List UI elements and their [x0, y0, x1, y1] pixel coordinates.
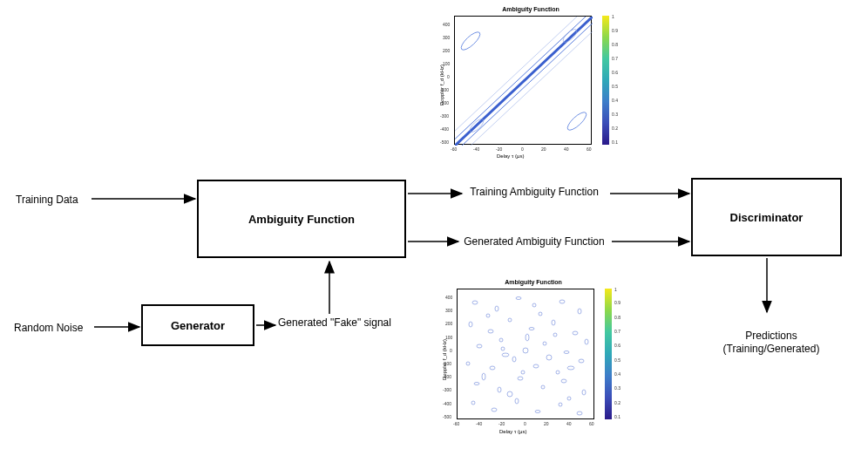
svg-point-19 — [529, 328, 534, 330]
svg-point-16 — [469, 322, 472, 327]
svg-point-24 — [523, 348, 528, 353]
chart-bottom-colorbar — [605, 289, 612, 419]
svg-point-8 — [565, 110, 588, 133]
chart-top-title: Ambiguity Function — [431, 6, 630, 12]
svg-point-18 — [508, 318, 512, 322]
svg-point-39 — [582, 390, 586, 395]
svg-point-15 — [578, 309, 581, 314]
svg-point-7 — [561, 27, 579, 44]
ambiguity-label: Ambiguity Function — [248, 213, 355, 226]
generated-ambiguity-label: Generated Ambiguity Function — [460, 235, 608, 249]
svg-point-33 — [579, 359, 584, 363]
svg-point-56 — [501, 347, 505, 350]
training-data-label: Training Data — [16, 194, 78, 207]
svg-point-23 — [499, 338, 503, 342]
svg-point-36 — [518, 377, 523, 380]
svg-point-20 — [552, 320, 555, 325]
svg-point-35 — [498, 387, 501, 392]
svg-point-48 — [546, 355, 552, 360]
svg-point-57 — [567, 397, 571, 400]
chart-bottom-xlabel: Delay τ (μs) — [499, 429, 527, 434]
discriminator-label: Discriminator — [730, 211, 804, 224]
svg-point-30 — [512, 357, 516, 362]
predictions-label: Predictions (Training/Generated) — [715, 316, 828, 357]
discriminator-block: Discriminator — [691, 178, 842, 256]
svg-line-4 — [455, 17, 577, 146]
svg-point-43 — [535, 411, 540, 413]
svg-point-27 — [585, 339, 588, 344]
svg-point-11 — [495, 306, 498, 311]
chart-top-xlabel: Delay τ (μs) — [497, 153, 525, 159]
svg-point-14 — [559, 300, 565, 303]
svg-point-17 — [488, 330, 493, 333]
ambiguity-chart-top: Ambiguity Function Doppler f_d (kHz) Del… — [431, 7, 630, 157]
svg-point-46 — [502, 353, 509, 357]
svg-point-29 — [490, 366, 495, 370]
svg-point-22 — [477, 344, 482, 348]
svg-point-42 — [515, 398, 519, 404]
training-ambiguity-label: Training Ambiguity Function — [465, 186, 604, 200]
svg-point-54 — [553, 333, 557, 337]
svg-point-53 — [532, 303, 536, 307]
ambiguity-block: Ambiguity Function — [197, 180, 406, 258]
svg-point-38 — [561, 379, 566, 383]
chart-top-colorbar — [602, 16, 609, 145]
svg-point-34 — [474, 383, 479, 385]
svg-point-12 — [516, 297, 521, 300]
svg-point-41 — [492, 408, 497, 412]
ambiguity-chart-bottom: Ambiguity Function Doppler f_d (kHz) Del… — [434, 280, 633, 432]
svg-point-10 — [472, 301, 478, 304]
svg-point-9 — [458, 30, 482, 52]
generator-block: Generator — [141, 304, 254, 346]
svg-point-21 — [573, 331, 578, 335]
svg-point-51 — [507, 391, 512, 397]
svg-point-52 — [486, 314, 490, 317]
svg-point-28 — [466, 362, 470, 365]
svg-point-25 — [543, 342, 546, 345]
generated-fake-signal-label: Generated "Fake" signal — [278, 316, 391, 330]
svg-point-13 — [539, 312, 542, 316]
svg-point-31 — [533, 364, 539, 368]
svg-point-50 — [567, 366, 574, 370]
svg-point-40 — [471, 401, 475, 405]
svg-point-32 — [556, 371, 559, 374]
svg-point-45 — [577, 412, 582, 415]
svg-point-44 — [559, 403, 562, 406]
svg-point-26 — [564, 351, 569, 354]
svg-line-1 — [455, 17, 593, 146]
svg-point-37 — [541, 385, 545, 389]
chart-bottom-title: Ambiguity Function — [434, 279, 633, 285]
svg-point-55 — [521, 371, 525, 374]
generator-label: Generator — [171, 319, 225, 332]
svg-point-47 — [526, 334, 529, 341]
svg-point-49 — [482, 373, 485, 380]
random-noise-label: Random Noise — [14, 322, 83, 336]
